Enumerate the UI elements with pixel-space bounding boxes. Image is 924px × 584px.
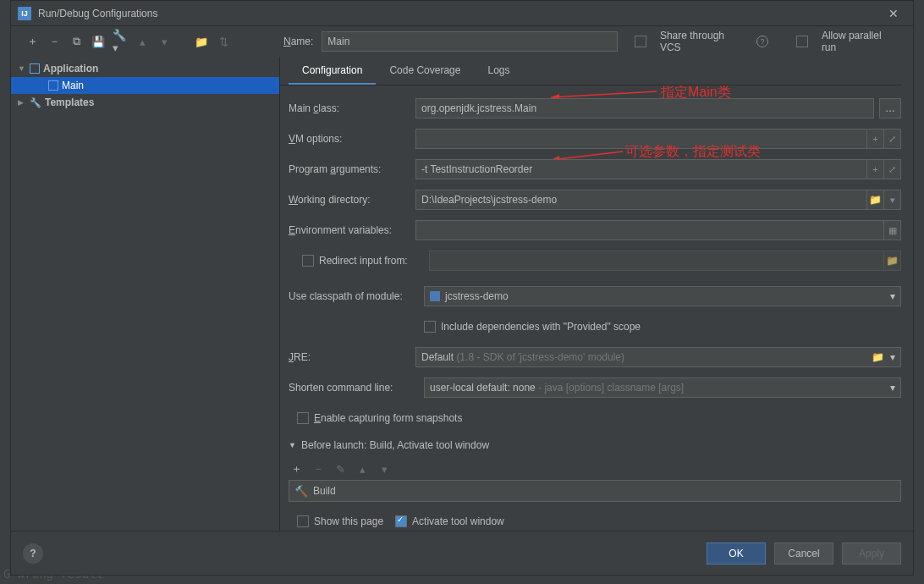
classpath-select[interactable]: jcstress-demo ▾ [424,286,901,306]
name-row: Name: Share through VCS ? Allow parallel… [283,30,905,53]
tree-templates-group[interactable]: ▶ 🔧 Templates [11,94,279,111]
wrench-icon[interactable]: 🔧▾ [113,34,128,49]
chevron-down-icon: ▼ [289,441,296,449]
before-launch-label: Before launch: Build, Activate tool wind… [301,439,489,451]
browse-class-button[interactable]: … [879,98,901,118]
module-icon [430,291,440,301]
program-args-input[interactable] [415,159,867,179]
titlebar: IJ Run/Debug Configurations ✕ [11,1,913,26]
vm-options-input[interactable] [415,129,867,149]
show-page-label: Show this page [314,515,383,527]
tab-code-coverage[interactable]: Code Coverage [376,58,474,85]
chevron-down-icon: ▾ [890,290,895,302]
parallel-label: Allow parallel run [822,30,896,53]
tree-main-label: Main [62,80,84,91]
config-form-pane: Configuration Code Coverage Logs 指定Main类… [280,57,913,531]
working-dir-input[interactable] [415,190,867,210]
chevron-down-icon: ▼ [18,64,26,73]
env-vars-label: Environment variables: [289,224,415,236]
folder-move-icon[interactable]: 📁 [194,34,209,49]
window-title: Run/Debug Configurations [38,8,881,19]
redirect-input-field [429,251,884,271]
main-class-label: Main class: [289,102,415,114]
add-task-icon[interactable]: ＋ [289,461,304,477]
tree-templates-label: Templates [45,96,94,108]
move-up-icon[interactable]: ▴ [135,34,150,49]
name-label: Name: [283,36,313,47]
shorten-value: user-local default: none [430,382,536,394]
svg-line-0 [551,91,657,97]
classpath-label: Use classpath of module: [289,290,424,302]
name-input[interactable] [322,31,618,52]
enable-snapshots-label: Enable capturing form snapshots [314,412,462,424]
browse-dir-icon[interactable]: 📁 [867,190,884,210]
tree-toolbar: ＋ － ⧉ 💾 🔧▾ ▴ ▾ 📁 ⇅ [19,34,282,49]
ok-button[interactable]: OK [707,543,766,565]
parallel-checkbox[interactable] [796,36,808,47]
remove-task-icon[interactable]: － [311,461,326,477]
redirect-input-label: Redirect input from: [319,255,429,267]
application-icon [48,80,58,91]
enable-snapshots-checkbox[interactable] [297,412,309,424]
before-launch-toolbar: ＋ － ✎ ▴ ▾ [289,458,901,480]
classpath-value: jcstress-demo [445,290,509,302]
move-down-icon[interactable]: ▾ [157,34,172,49]
build-task-label: Build [313,485,336,497]
top-toolbar-row: ＋ － ⧉ 💾 🔧▾ ▴ ▾ 📁 ⇅ Name: Share through V… [11,26,913,57]
before-launch-header[interactable]: ▼ Before launch: Build, Activate tool wi… [289,439,901,451]
shorten-select[interactable]: user-local default: none - java [options… [424,377,901,398]
show-page-checkbox[interactable] [297,515,309,527]
copy-config-icon[interactable]: ⧉ [69,34,84,49]
tree-application-group[interactable]: ▼ Application [11,60,279,77]
apply-button[interactable]: Apply [842,543,901,565]
help-button[interactable]: ? [23,543,43,564]
folder-icon: 📁 [872,351,884,363]
workdir-dropdown-icon[interactable]: ▾ [884,190,901,210]
add-config-icon[interactable]: ＋ [25,34,40,49]
tree-app-label: Application [43,63,98,74]
remove-config-icon[interactable]: － [47,34,62,49]
edit-task-icon[interactable]: ✎ [333,461,348,477]
env-vars-edit-icon[interactable]: ▦ [884,220,901,240]
tab-logs[interactable]: Logs [474,58,523,85]
hammer-icon: 🔨 [294,485,308,498]
wrench-icon: 🔧 [30,96,41,108]
main-class-input[interactable] [415,98,874,118]
tab-configuration[interactable]: Configuration [289,58,376,85]
share-vcs-checkbox[interactable] [635,36,646,47]
intellij-icon: IJ [18,7,31,20]
include-deps-checkbox[interactable] [424,321,436,333]
include-deps-label: Include dependencies with "Provided" sco… [441,321,641,333]
save-config-icon[interactable]: 💾 [91,34,106,49]
expand-args-icon[interactable]: + [867,159,884,179]
run-debug-dialog: IJ Run/Debug Configurations ✕ ＋ － ⧉ 💾 🔧▾… [10,0,914,576]
chevron-down-icon: ▾ [890,382,895,394]
move-task-up-icon[interactable]: ▴ [355,461,370,477]
vm-options-label: VM options: [289,133,415,145]
working-dir-label: Working directory: [289,194,415,206]
move-task-down-icon[interactable]: ▾ [377,461,392,477]
activate-window-label: Activate tool window [412,515,504,527]
activate-window-checkbox[interactable] [395,515,407,527]
program-args-label: Program arguments: [289,163,415,175]
env-vars-input[interactable] [415,220,884,240]
expand-vm-full-icon[interactable]: ⤢ [884,129,901,149]
tabs: Configuration Code Coverage Logs [280,57,901,85]
form-area: 指定Main类 Main class: … VM options: + ⤢ [280,85,901,531]
chevron-down-icon: ▾ [890,351,895,363]
dialog-footer: ? OK Cancel Apply [11,531,913,575]
jre-select[interactable]: Default (1.8 - SDK of 'jcstress-demo' mo… [415,347,901,367]
cancel-button[interactable]: Cancel [774,543,833,565]
share-help-icon[interactable]: ? [756,36,768,47]
expand-vm-icon[interactable]: + [867,129,884,149]
config-tree: ▼ Application Main ▶ 🔧 Templates [11,57,280,531]
build-task-row[interactable]: 🔨 Build [289,480,901,502]
sort-icon[interactable]: ⇅ [216,34,231,49]
share-vcs-label: Share through VCS [660,30,745,53]
redirect-input-checkbox[interactable] [302,255,314,267]
tree-main-item[interactable]: Main [11,77,279,94]
shorten-label: Shorten command line: [289,382,424,394]
jre-label: JRE: [289,351,415,363]
expand-args-full-icon[interactable]: ⤢ [884,159,901,179]
close-icon[interactable]: ✕ [881,7,906,20]
